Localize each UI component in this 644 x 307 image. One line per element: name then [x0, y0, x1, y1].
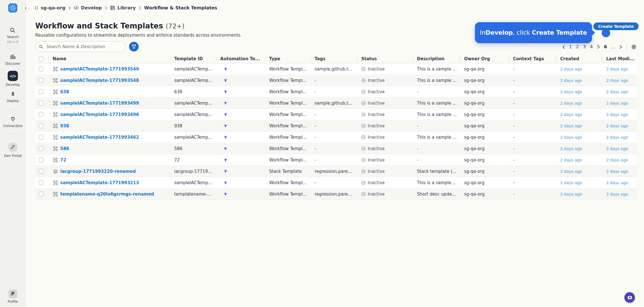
- column-header-created[interactable]: Created: [556, 55, 602, 63]
- created-link[interactable]: 2 days ago: [556, 75, 602, 86]
- sidebar-item-dev-portal[interactable]: Dev Portal: [4, 142, 22, 158]
- table-row[interactable]: sampleIACTemplate-1771993549 sampleIACTe…: [35, 63, 637, 75]
- table-settings-button[interactable]: [631, 44, 637, 50]
- last-modified-link[interactable]: 2 days ago: [602, 120, 637, 131]
- row-checkbox[interactable]: [39, 89, 43, 94]
- prev-page-button[interactable]: [562, 45, 565, 49]
- last-modified-link[interactable]: 2 days ago: [602, 132, 637, 143]
- row-checkbox[interactable]: [39, 169, 43, 174]
- template-name-link[interactable]: 638: [60, 89, 69, 94]
- created-link[interactable]: 2 days ago: [556, 177, 602, 188]
- template-name-link[interactable]: templatename-q20lo6gcrmgs-renamed: [60, 192, 154, 197]
- table-row[interactable]: sampleIACTemplate-1771993548 sampleIACTe…: [35, 75, 637, 86]
- create-template-button[interactable]: Create Template: [593, 22, 639, 30]
- sidebar-item-connectors[interactable]: Connectors: [3, 116, 22, 128]
- search-input[interactable]: [46, 44, 122, 49]
- template-name-link[interactable]: sampleIACTemplate-1771993496: [60, 112, 139, 117]
- table-row[interactable]: 72 72 Workflow Templ... - Inactive - sg-…: [35, 154, 637, 166]
- sidebar-item-discover[interactable]: Discover: [5, 54, 20, 66]
- last-modified-link[interactable]: 2 days ago: [602, 166, 637, 177]
- column-header-tags[interactable]: Tags: [310, 55, 357, 63]
- breadcrumb-item-develop[interactable]: Develop: [74, 5, 102, 11]
- page-6-button[interactable]: 6: [604, 44, 607, 49]
- column-header-last-modified[interactable]: Last Modi...: [602, 55, 637, 63]
- select-all-checkbox[interactable]: [39, 57, 43, 61]
- row-checkbox[interactable]: [39, 157, 43, 162]
- table-row[interactable]: 938 938 Workflow Templ... - Inactive - s…: [35, 120, 637, 132]
- row-checkbox[interactable]: [39, 101, 43, 105]
- last-modified-link[interactable]: 2 days ago: [602, 98, 637, 109]
- created-link[interactable]: 2 days ago: [556, 63, 602, 74]
- created-link[interactable]: 2 days ago: [556, 98, 602, 109]
- template-name-link[interactable]: 72: [60, 157, 66, 163]
- last-modified-link[interactable]: 2 days ago: [602, 143, 637, 154]
- column-header-name[interactable]: Name: [48, 55, 170, 63]
- page-3-button[interactable]: 3: [583, 44, 586, 49]
- column-header-template-id[interactable]: Template ID: [170, 55, 216, 63]
- template-name-link[interactable]: sampleIACTemplate-1771993549: [60, 67, 139, 72]
- cell-type: Workflow Templ...: [265, 86, 310, 97]
- table-row[interactable]: 638 638 Workflow Templ... - Inactive - s…: [35, 86, 637, 98]
- row-checkbox[interactable]: [39, 112, 43, 117]
- last-modified-link[interactable]: 2 days ago: [602, 177, 637, 188]
- page-2-button[interactable]: 2: [576, 44, 579, 49]
- created-link[interactable]: 2 days ago: [556, 166, 602, 177]
- last-modified-link[interactable]: 2 days ago: [602, 109, 637, 120]
- column-header-description[interactable]: Description: [413, 55, 460, 63]
- page-1-button[interactable]: 1: [569, 44, 572, 49]
- table-row[interactable]: templatename-q20lo6gcrmgs-renamed templa…: [35, 188, 637, 200]
- page-5-button[interactable]: 5: [597, 44, 600, 49]
- table-row[interactable]: 586 586 Workflow Templ... - Inactive - s…: [35, 143, 637, 154]
- next-page-button[interactable]: [620, 45, 622, 49]
- sidebar-item-search[interactable]: Search Ctrl + K: [7, 27, 18, 43]
- row-checkbox[interactable]: [39, 180, 43, 185]
- column-header-context-tags[interactable]: Context Tags: [509, 55, 556, 63]
- table-row[interactable]: sampleIACTemplate-1771993213 sampleIACTe…: [35, 177, 637, 188]
- assistant-fab-button[interactable]: [624, 292, 635, 303]
- created-link[interactable]: 2 days ago: [556, 143, 602, 154]
- app-logo[interactable]: [8, 3, 17, 13]
- breadcrumb-item-library[interactable]: Library: [110, 5, 136, 11]
- sidebar-item-profile[interactable]: P Profile: [0, 290, 26, 304]
- created-link[interactable]: 2 days ago: [556, 86, 602, 97]
- created-link[interactable]: 2 days ago: [556, 188, 602, 200]
- last-modified-link[interactable]: 2 days ago: [602, 154, 637, 165]
- row-checkbox[interactable]: [39, 192, 43, 196]
- template-name-link[interactable]: iacgroup-1771993220-renamed: [60, 169, 136, 174]
- last-modified-link[interactable]: 2 days ago: [602, 86, 637, 97]
- row-checkbox[interactable]: [39, 135, 43, 140]
- status-badge: Inactive: [357, 86, 413, 97]
- column-header-automation-tool[interactable]: Automation To...: [216, 55, 265, 63]
- table-row[interactable]: iacgroup-1771993220-renamed iacgroup-177…: [35, 166, 637, 177]
- created-link[interactable]: 2 days ago: [556, 109, 602, 120]
- page-4-button[interactable]: 4: [590, 44, 593, 49]
- template-name-link[interactable]: sampleIACTemplate-1771993548: [60, 78, 139, 83]
- table-row[interactable]: sampleIACTemplate-1771993462 sampleIACTe…: [35, 132, 637, 143]
- last-modified-link[interactable]: 2 days ago: [602, 63, 637, 74]
- breadcrumb-item-org[interactable]: sg-qa-org: [35, 5, 65, 11]
- last-modified-link[interactable]: 2 days ago: [602, 75, 637, 86]
- column-header-owner-org[interactable]: Owner Org: [460, 55, 509, 63]
- column-header-status[interactable]: Status: [357, 55, 413, 63]
- created-link[interactable]: 2 days ago: [556, 120, 602, 131]
- sidebar-item-deploy[interactable]: Deploy: [7, 91, 19, 103]
- search-box[interactable]: [35, 41, 126, 52]
- row-checkbox[interactable]: [39, 78, 43, 83]
- column-header-type[interactable]: Type: [265, 55, 310, 63]
- table-row[interactable]: sampleIACTemplate-1771993499 sampleIACTe…: [35, 98, 637, 109]
- created-link[interactable]: 2 days ago: [556, 154, 602, 165]
- row-checkbox[interactable]: [39, 123, 43, 128]
- last-modified-link[interactable]: 2 days ago: [602, 188, 637, 200]
- template-name-link[interactable]: sampleIACTemplate-1771993499: [60, 101, 139, 106]
- sidebar-expand-button[interactable]: [22, 5, 29, 11]
- filter-button[interactable]: [129, 42, 139, 51]
- template-name-link[interactable]: 586: [60, 146, 69, 151]
- created-link[interactable]: 2 days ago: [556, 132, 602, 143]
- template-name-link[interactable]: sampleIACTemplate-1771993213: [60, 180, 139, 185]
- row-checkbox[interactable]: [39, 146, 43, 151]
- row-checkbox[interactable]: [39, 67, 43, 71]
- table-row[interactable]: sampleIACTemplate-1771993496 sampleIACTe…: [35, 109, 637, 120]
- template-name-link[interactable]: sampleIACTemplate-1771993462: [60, 135, 139, 140]
- template-name-link[interactable]: 938: [60, 123, 69, 128]
- sidebar-item-develop[interactable]: </> Develop: [6, 71, 20, 87]
